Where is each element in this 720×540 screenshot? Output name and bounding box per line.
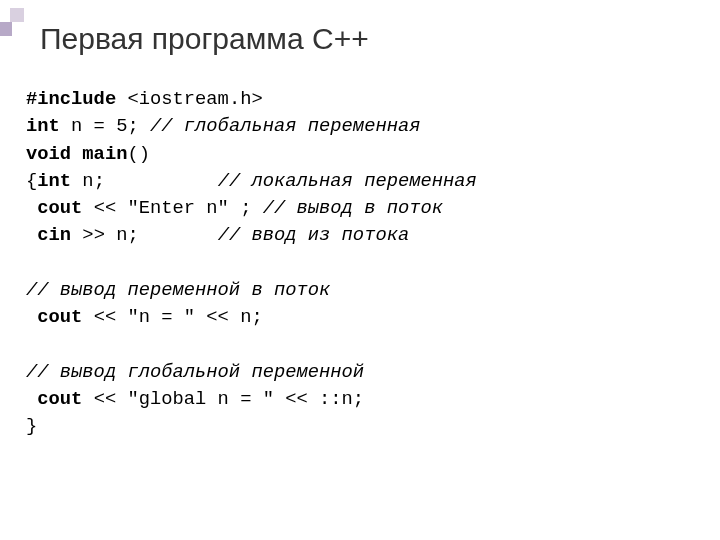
code-text xyxy=(26,197,37,219)
code-text: << "n = " << n; xyxy=(82,306,262,328)
comment: // ввод из потока xyxy=(218,224,410,246)
code-text: { xyxy=(26,170,37,192)
keyword-cout: cout xyxy=(37,388,82,410)
code-text: << "Enter n" ; xyxy=(82,197,262,219)
code-text: () xyxy=(127,143,150,165)
code-text: <iostream.h> xyxy=(116,88,263,110)
comment: // вывод переменной в поток xyxy=(26,279,330,301)
keyword-include: #include xyxy=(26,88,116,110)
slide-title: Первая программа С++ xyxy=(40,22,369,56)
comment: // вывод глобальной переменной xyxy=(26,361,364,383)
keyword-void-main: void main xyxy=(26,143,127,165)
comment: // глобальная переменная xyxy=(150,115,421,137)
code-text: n = 5; xyxy=(60,115,150,137)
keyword-cin: cin xyxy=(37,224,71,246)
comment: // локальная переменная xyxy=(218,170,477,192)
keyword-int: int xyxy=(26,115,60,137)
code-text xyxy=(26,306,37,328)
keyword-int: int xyxy=(37,170,71,192)
code-text xyxy=(26,224,37,246)
code-text: >> n; xyxy=(71,224,218,246)
code-text xyxy=(26,388,37,410)
code-text: << "global n = " << ::n; xyxy=(82,388,364,410)
keyword-cout: cout xyxy=(37,306,82,328)
keyword-cout: cout xyxy=(37,197,82,219)
comment: // вывод в поток xyxy=(263,197,443,219)
code-text: } xyxy=(26,415,37,437)
code-text: n; xyxy=(71,170,218,192)
code-block: #include <iostream.h> int n = 5; // глоб… xyxy=(26,86,477,440)
